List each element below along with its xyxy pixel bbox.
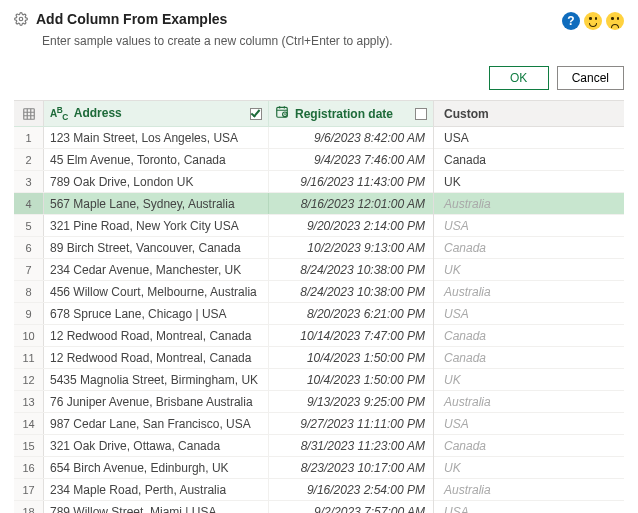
row-number: 2	[14, 149, 44, 170]
svg-point-0	[19, 17, 23, 21]
dialog-subtitle: Enter sample values to create a new colu…	[42, 34, 624, 48]
table-row[interactable]: 8456 Willow Court, Melbourne, Australia8…	[14, 281, 433, 303]
address-cell: 321 Oak Drive, Ottawa, Canada	[44, 435, 269, 456]
address-cell: 321 Pine Road, New York City USA	[44, 215, 269, 236]
row-number-header[interactable]	[14, 101, 44, 126]
custom-example-cell[interactable]: USA	[434, 501, 624, 513]
table-row[interactable]: 1112 Redwood Road, Montreal, Canada10/4/…	[14, 347, 433, 369]
custom-example-cell[interactable]: USA	[434, 127, 624, 149]
row-number: 7	[14, 259, 44, 280]
custom-example-cell[interactable]: Australia	[434, 391, 624, 413]
custom-example-cell[interactable]: USA	[434, 215, 624, 237]
column-header-custom[interactable]: Custom	[434, 101, 624, 127]
row-number: 9	[14, 303, 44, 324]
table-row[interactable]: 689 Birch Street, Vancouver, Canada10/2/…	[14, 237, 433, 259]
row-number: 12	[14, 369, 44, 390]
custom-example-cell[interactable]: USA	[434, 413, 624, 435]
dialog-title: Add Column From Examples	[36, 11, 227, 27]
address-cell: 12 Redwood Road, Montreal, Canada	[44, 347, 269, 368]
row-number: 1	[14, 127, 44, 148]
row-number: 13	[14, 391, 44, 412]
date-cell: 9/20/2023 2:14:00 PM	[269, 215, 433, 236]
custom-example-cell[interactable]: UK	[434, 171, 624, 193]
preview-grid: ABC Address Registration date	[14, 100, 624, 513]
date-cell: 9/16/2023 2:54:00 PM	[269, 479, 433, 500]
custom-example-cell[interactable]: UK	[434, 457, 624, 479]
custom-example-cell[interactable]: USA	[434, 303, 624, 325]
column-header-label: Custom	[444, 107, 489, 121]
table-row[interactable]: 4567 Maple Lane, Sydney, Australia8/16/2…	[14, 193, 433, 215]
date-cell: 8/24/2023 10:38:00 PM	[269, 259, 433, 280]
table-row[interactable]: 16654 Birch Avenue, Edinburgh, UK8/23/20…	[14, 457, 433, 479]
custom-example-cell[interactable]: UK	[434, 369, 624, 391]
address-cell: 89 Birch Street, Vancouver, Canada	[44, 237, 269, 258]
table-row[interactable]: 3789 Oak Drive, London UK9/16/2023 11:43…	[14, 171, 433, 193]
column-header-label: Address	[74, 106, 122, 120]
row-number: 4	[14, 193, 44, 214]
row-number: 11	[14, 347, 44, 368]
column-header-address[interactable]: ABC Address	[44, 101, 269, 126]
custom-example-cell[interactable]: UK	[434, 259, 624, 281]
date-cell: 9/16/2023 11:43:00 PM	[269, 171, 433, 192]
custom-example-cell[interactable]: Australia	[434, 479, 624, 501]
row-number: 16	[14, 457, 44, 478]
feedback-frown-icon[interactable]	[606, 12, 624, 30]
svg-rect-1	[23, 108, 34, 119]
feedback-smile-icon[interactable]	[584, 12, 602, 30]
table-row[interactable]: 1123 Main Street, Los Angeles, USA9/6/20…	[14, 127, 433, 149]
address-cell: 123 Main Street, Los Angeles, USA	[44, 127, 269, 148]
table-row[interactable]: 9678 Spruce Lane, Chicago | USA8/20/2023…	[14, 303, 433, 325]
date-cell: 10/14/2023 7:47:00 PM	[269, 325, 433, 346]
table-row[interactable]: 7234 Cedar Avenue, Manchester, UK8/24/20…	[14, 259, 433, 281]
address-cell: 5435 Magnolia Street, Birmingham, UK	[44, 369, 269, 390]
custom-example-cell[interactable]: Canada	[434, 237, 624, 259]
date-cell: 8/23/2023 10:17:00 AM	[269, 457, 433, 478]
address-cell: 789 Willow Street, Miami | USA	[44, 501, 269, 513]
row-number: 18	[14, 501, 44, 513]
custom-example-cell[interactable]: Canada	[434, 435, 624, 457]
table-row[interactable]: 1376 Juniper Avenue, Brisbane Australia9…	[14, 391, 433, 413]
table-row[interactable]: 245 Elm Avenue, Toronto, Canada9/4/2023 …	[14, 149, 433, 171]
address-cell: 567 Maple Lane, Sydney, Australia	[44, 193, 269, 214]
row-number: 8	[14, 281, 44, 302]
row-number: 6	[14, 237, 44, 258]
table-row[interactable]: 14987 Cedar Lane, San Francisco, USA9/27…	[14, 413, 433, 435]
table-row[interactable]: 18789 Willow Street, Miami | USA9/2/2023…	[14, 501, 433, 513]
date-cell: 8/31/2023 11:23:00 AM	[269, 435, 433, 456]
ok-button[interactable]: OK	[489, 66, 549, 90]
date-cell: 9/27/2023 11:11:00 PM	[269, 413, 433, 434]
custom-example-cell[interactable]: Canada	[434, 149, 624, 171]
help-icon[interactable]: ?	[562, 12, 580, 30]
address-cell: 76 Juniper Avenue, Brisbane Australia	[44, 391, 269, 412]
custom-example-cell[interactable]: Canada	[434, 347, 624, 369]
table-row[interactable]: 17234 Maple Road, Perth, Australia9/16/2…	[14, 479, 433, 501]
date-cell: 9/13/2023 9:25:00 PM	[269, 391, 433, 412]
column-header-date[interactable]: Registration date	[269, 101, 433, 126]
date-cell: 9/6/2023 8:42:00 AM	[269, 127, 433, 148]
date-cell: 8/16/2023 12:01:00 AM	[269, 193, 433, 214]
datetime-type-icon	[275, 105, 289, 122]
text-type-icon: ABC	[50, 105, 68, 122]
table-row[interactable]: 125435 Magnolia Street, Birmingham, UK10…	[14, 369, 433, 391]
gear-icon	[14, 12, 28, 29]
table-row[interactable]: 15321 Oak Drive, Ottawa, Canada8/31/2023…	[14, 435, 433, 457]
date-cell: 10/2/2023 9:13:00 AM	[269, 237, 433, 258]
address-cell: 456 Willow Court, Melbourne, Australia	[44, 281, 269, 302]
row-number: 14	[14, 413, 44, 434]
row-number: 10	[14, 325, 44, 346]
date-cell: 8/24/2023 10:38:00 PM	[269, 281, 433, 302]
include-address-checkbox[interactable]	[250, 108, 262, 120]
address-cell: 654 Birch Avenue, Edinburgh, UK	[44, 457, 269, 478]
column-header-label: Registration date	[295, 107, 393, 121]
custom-example-cell[interactable]: Australia	[434, 193, 624, 215]
cancel-button[interactable]: Cancel	[557, 66, 624, 90]
row-number: 5	[14, 215, 44, 236]
custom-example-cell[interactable]: Australia	[434, 281, 624, 303]
table-row[interactable]: 5321 Pine Road, New York City USA9/20/20…	[14, 215, 433, 237]
row-number: 3	[14, 171, 44, 192]
custom-example-cell[interactable]: Canada	[434, 325, 624, 347]
table-row[interactable]: 1012 Redwood Road, Montreal, Canada10/14…	[14, 325, 433, 347]
address-cell: 234 Maple Road, Perth, Australia	[44, 479, 269, 500]
address-cell: 234 Cedar Avenue, Manchester, UK	[44, 259, 269, 280]
include-date-checkbox[interactable]	[415, 108, 427, 120]
